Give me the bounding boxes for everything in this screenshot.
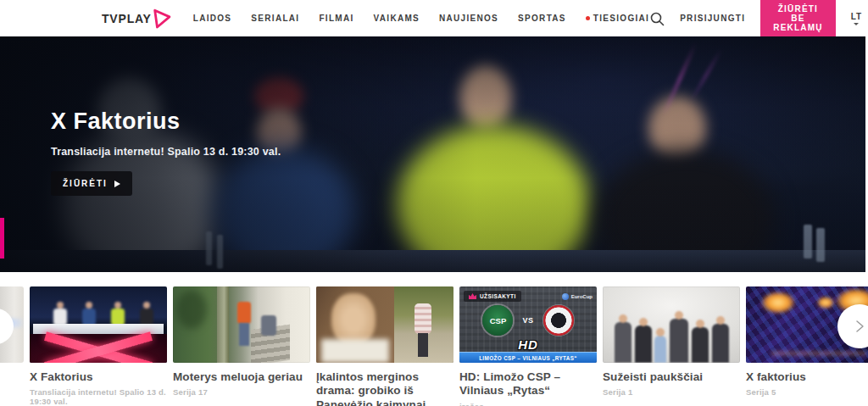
eurocup-ball-icon	[562, 293, 569, 300]
match-title-strip: LIMOŽO CSP – VILNIAUS „RYTAS“	[459, 352, 597, 363]
main-nav: LAIDOS SERIALAI FILMAI VAIKAMS NAUJIENOS…	[193, 14, 649, 23]
logo-text: TVPLAY	[102, 12, 152, 25]
language-code: LT	[851, 12, 862, 21]
prev-arrow-button[interactable]	[0, 309, 14, 344]
card-moterys-meluoja[interactable]: Moterys meluoja geriau Serija 17	[173, 286, 310, 406]
card-limozo-rytas[interactable]: UŽSISAKYTI EuroCup CSP VS HD LIMOŽO CSP …	[459, 286, 597, 406]
crown-icon	[469, 293, 476, 299]
hd-label: HD	[459, 338, 597, 351]
chevron-down-icon	[854, 23, 859, 25]
hero-content: X Faktorius Transliacija internetu! Spal…	[51, 108, 281, 196]
chevron-right-icon	[853, 320, 866, 333]
navbar-right: PRISIJUNGTI ŽIŪRĖTI BE REKLAMŲ LT	[649, 0, 862, 40]
csp-team-logo: CSP	[482, 305, 513, 336]
card-thumbnail	[30, 286, 167, 363]
card-title: X Faktorius	[30, 370, 167, 384]
carousel-progress-bar	[0, 218, 4, 259]
vs-label: VS	[522, 316, 533, 325]
nav-item-laidos[interactable]: LAIDOS	[193, 14, 232, 23]
card-thumbnail	[603, 286, 740, 363]
play-triangle-icon	[153, 6, 173, 30]
login-link[interactable]: PRISIJUNGTI	[680, 14, 745, 23]
content-carousel: X Faktorius Transliacija internetu! Spal…	[0, 272, 868, 406]
card-title: X faktorius	[746, 370, 868, 384]
nav-item-naujienos[interactable]: NAUJIENOS	[439, 14, 498, 23]
card-title: Sužeisti paukščiai	[603, 370, 740, 384]
card-suzeisti-pauksciai[interactable]: Sužeisti paukščiai Serija 1	[603, 286, 740, 406]
top-navbar: TVPLAY LAIDOS SERIALAI FILMAI VAIKAMS NA…	[0, 0, 868, 36]
rytas-team-logo	[543, 305, 574, 336]
card-title: Moterys meluoja geriau	[173, 370, 310, 384]
play-icon	[114, 181, 120, 187]
nav-item-filmai[interactable]: FILMAI	[319, 14, 353, 23]
nav-item-vaikams[interactable]: VAIKAMS	[374, 14, 420, 23]
previous-card-partial[interactable]	[0, 286, 24, 363]
nav-item-serialai[interactable]: SERIALAI	[251, 14, 299, 23]
nav-item-sportas[interactable]: SPORTAS	[518, 14, 566, 23]
live-dot-icon	[586, 16, 590, 20]
hero-banner: X Faktorius Transliacija internetu! Spal…	[0, 36, 865, 272]
tvplay-logo[interactable]: TVPLAY	[102, 8, 173, 30]
card-subtitle: Serija 5	[746, 387, 868, 397]
card-thumbnail	[173, 286, 310, 363]
card-x-faktorius[interactable]: X Faktorius Transliacija internetu! Spal…	[30, 286, 167, 406]
hero-watch-button[interactable]: ŽIŪRĖTI	[51, 171, 132, 196]
subscribe-badge: UŽSISAKYTI	[464, 291, 521, 302]
card-title: Įkalintos merginos drama: grobiko iš Pan…	[316, 370, 453, 406]
hero-title: X Faktorius	[51, 108, 281, 135]
card-ikalintos-merginos[interactable]: Įkalintos merginos drama: grobiko iš Pan…	[316, 286, 453, 406]
card-subtitle: Serija 17	[173, 387, 310, 397]
card-title: HD: Limožo CSP – Vilniaus „Rytas“	[459, 370, 597, 398]
card-subtitle: įrašas	[459, 402, 597, 406]
card-subtitle: Serija 1	[603, 387, 740, 397]
card-subtitle: Transliacija internetu! Spalio 13 d. 19:…	[30, 387, 167, 406]
eurocup-logo: EuroCup	[562, 293, 593, 300]
watch-without-ads-button[interactable]: ŽIŪRĖTI BE REKLAMŲ	[760, 0, 835, 40]
card-thumbnail: UŽSISAKYTI EuroCup CSP VS HD LIMOŽO CSP …	[459, 286, 597, 363]
hero-subtitle: Transliacija internetu! Spalio 13 d. 19:…	[51, 146, 281, 158]
card-thumbnail	[316, 286, 453, 363]
nav-item-tiesiogiai[interactable]: TIESIOGIAI	[586, 14, 649, 23]
language-selector[interactable]: LT	[851, 12, 862, 25]
search-icon[interactable]	[649, 11, 665, 26]
